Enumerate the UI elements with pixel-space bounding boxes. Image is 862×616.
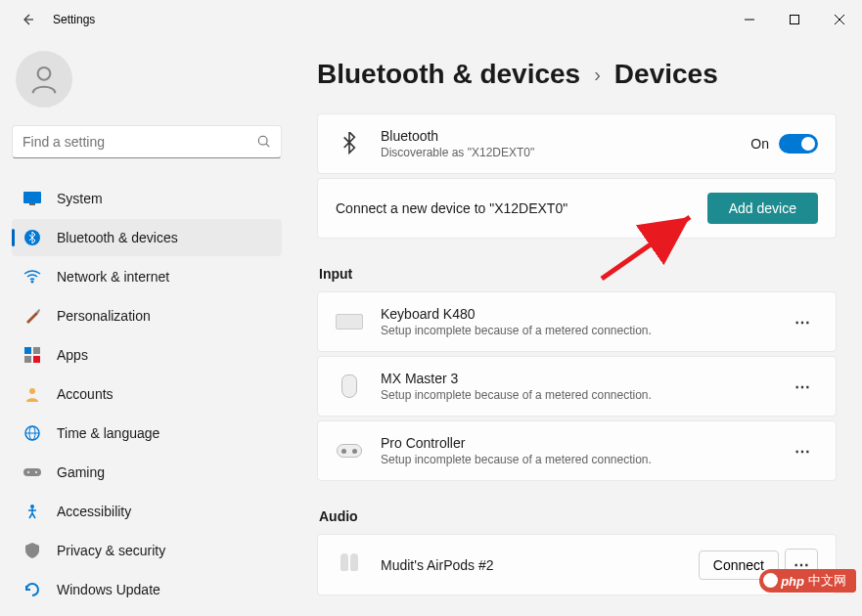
minimize-button[interactable] xyxy=(727,0,772,39)
sidebar-item-label: Bluetooth & devices xyxy=(57,230,178,245)
svg-point-4 xyxy=(38,67,51,80)
wifi-icon xyxy=(23,268,41,286)
user-icon xyxy=(27,63,61,96)
update-icon xyxy=(23,581,41,598)
sidebar-item-privacy[interactable]: Privacy & security xyxy=(12,532,282,569)
sidebar-item-label: Gaming xyxy=(57,464,105,480)
avatar[interactable] xyxy=(16,51,72,108)
window-controls xyxy=(727,0,862,39)
search-box[interactable] xyxy=(12,125,282,158)
sidebar-item-label: Accessibility xyxy=(57,504,131,519)
device-title: Pro Controller xyxy=(381,435,787,451)
search-icon xyxy=(257,135,271,149)
bluetooth-sub: Discoverable as "X12DEXT0" xyxy=(381,146,750,159)
sidebar-item-label: Windows Update xyxy=(57,582,160,597)
sidebar-item-time[interactable]: Time & language xyxy=(12,415,282,452)
device-controller[interactable]: Pro Controller Setup incomplete because … xyxy=(317,420,837,481)
sidebar-item-label: Accounts xyxy=(57,386,113,402)
device-keyboard[interactable]: Keyboard K480 Setup incomplete because o… xyxy=(317,291,837,352)
sidebar-item-label: Network & internet xyxy=(57,269,169,285)
svg-rect-8 xyxy=(29,203,35,205)
breadcrumb-current: Devices xyxy=(614,59,718,90)
sidebar-item-label: Privacy & security xyxy=(57,543,165,558)
sidebar-item-label: System xyxy=(57,191,103,206)
device-title: MX Master 3 xyxy=(381,371,787,386)
sidebar-item-gaming[interactable]: Gaming xyxy=(12,454,282,491)
add-device-button[interactable]: Add device xyxy=(707,193,818,224)
svg-point-22 xyxy=(30,505,34,508)
device-mouse[interactable]: MX Master 3 Setup incomplete because of … xyxy=(317,356,837,417)
svg-point-10 xyxy=(31,281,34,284)
bluetooth-card: Bluetooth Discoverable as "X12DEXT0" On xyxy=(317,113,837,174)
main-content: Bluetooth & devices › Devices Bluetooth … xyxy=(294,39,862,616)
sidebar-item-system[interactable]: System xyxy=(12,180,282,217)
controller-icon xyxy=(337,444,362,458)
more-button[interactable]: ⋯ xyxy=(787,372,818,402)
bluetooth-title: Bluetooth xyxy=(381,128,750,144)
titlebar: Settings xyxy=(0,0,862,39)
php-badge: php 中文网 xyxy=(759,569,856,593)
breadcrumb-parent[interactable]: Bluetooth & devices xyxy=(317,59,580,90)
display-icon xyxy=(23,190,41,207)
sidebar-item-label: Apps xyxy=(57,347,88,363)
brush-icon xyxy=(23,307,41,325)
section-audio: Audio xyxy=(319,508,837,524)
bluetooth-icon xyxy=(23,229,41,246)
sidebar-item-network[interactable]: Network & internet xyxy=(12,258,282,295)
mouse-icon xyxy=(341,374,357,398)
svg-line-6 xyxy=(266,144,269,147)
shield-icon xyxy=(23,542,41,559)
device-sub: Setup incomplete because of a metered co… xyxy=(381,388,787,402)
sidebar-item-accounts[interactable]: Accounts xyxy=(12,375,282,413)
device-sub: Setup incomplete because of a metered co… xyxy=(381,453,787,466)
search-input[interactable] xyxy=(23,134,257,150)
apps-icon xyxy=(23,346,41,364)
svg-rect-1 xyxy=(791,16,799,24)
globe-icon xyxy=(23,424,41,442)
connect-card: Connect a new device to "X12DEXT0" Add d… xyxy=(317,178,837,239)
svg-point-20 xyxy=(27,471,29,473)
svg-rect-13 xyxy=(24,356,31,363)
bluetooth-toggle[interactable] xyxy=(779,134,818,154)
bluetooth-icon xyxy=(336,132,363,155)
device-title: Mudit's AirPods #2 xyxy=(381,557,699,573)
chevron-right-icon: › xyxy=(594,64,601,86)
sidebar-item-label: Personalization xyxy=(57,308,151,324)
device-sub: Setup incomplete because of a metered co… xyxy=(381,324,787,337)
accessibility-icon xyxy=(23,503,41,520)
keyboard-icon xyxy=(336,314,363,330)
breadcrumb: Bluetooth & devices › Devices xyxy=(317,59,837,90)
arrow-left-icon xyxy=(20,12,35,27)
device-title: Keyboard K480 xyxy=(381,306,787,322)
svg-rect-12 xyxy=(33,347,40,354)
svg-point-15 xyxy=(29,388,35,394)
more-button[interactable]: ⋯ xyxy=(787,436,818,466)
sidebar-item-accessibility[interactable]: Accessibility xyxy=(12,493,282,530)
sidebar: System Bluetooth & devices Network & int… xyxy=(0,39,294,616)
window-title: Settings xyxy=(53,13,95,26)
person-icon xyxy=(23,385,41,403)
sidebar-item-label: Time & language xyxy=(57,425,159,441)
svg-rect-14 xyxy=(33,356,40,363)
sidebar-item-update[interactable]: Windows Update xyxy=(12,571,282,608)
sidebar-item-personalization[interactable]: Personalization xyxy=(12,297,282,334)
svg-point-21 xyxy=(35,471,37,473)
device-airpods[interactable]: Mudit's AirPods #2 Connect ⋯ xyxy=(317,534,837,595)
toggle-label: On xyxy=(750,136,769,152)
sidebar-item-apps[interactable]: Apps xyxy=(12,336,282,374)
more-button[interactable]: ⋯ xyxy=(787,307,818,337)
svg-rect-7 xyxy=(23,192,41,203)
gamepad-icon xyxy=(23,463,41,481)
section-input: Input xyxy=(319,266,837,282)
close-button[interactable] xyxy=(817,0,862,39)
airpods-icon xyxy=(338,553,361,577)
svg-rect-19 xyxy=(23,468,41,476)
svg-point-5 xyxy=(258,136,267,145)
back-button[interactable] xyxy=(10,2,45,37)
maximize-button[interactable] xyxy=(772,0,817,39)
svg-rect-11 xyxy=(24,347,31,354)
sidebar-item-bluetooth[interactable]: Bluetooth & devices xyxy=(12,219,282,256)
connect-text: Connect a new device to "X12DEXT0" xyxy=(336,200,707,216)
